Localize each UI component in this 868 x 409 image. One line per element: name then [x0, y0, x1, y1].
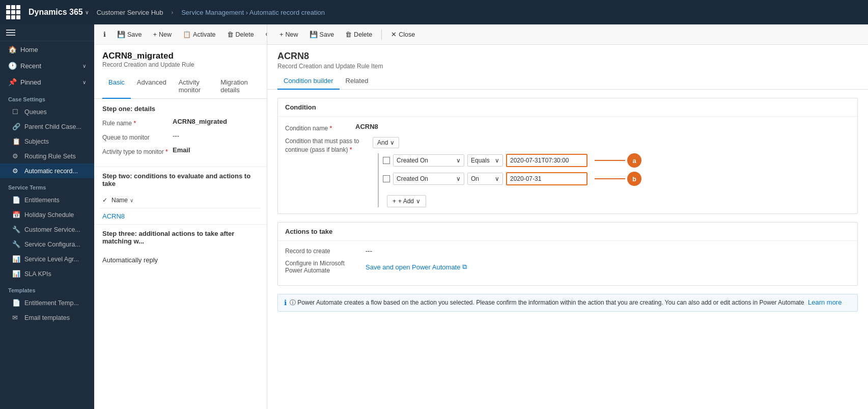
- power-automate-link[interactable]: Save and open Power Automate ⧉: [366, 263, 467, 271]
- condition-op-1[interactable]: Equals ∨: [467, 154, 503, 167]
- sidebar-item-service-config[interactable]: 🔧 Service Configura...: [0, 237, 94, 252]
- info-bar-icon: ℹ: [284, 298, 287, 307]
- sidebar-item-queues[interactable]: ☐ Queues: [0, 104, 94, 119]
- rule-name-row: Rule name * ACRN8_migrated: [102, 118, 259, 127]
- sidebar-item-holiday-schedule[interactable]: 📅 Holiday Schedule: [0, 207, 94, 222]
- queue-row: Queue to monitor ---: [102, 132, 259, 141]
- sidebar-item-routing-rule-sets[interactable]: ⚙ Routing Rule Sets: [0, 149, 94, 163]
- sidebar-item-entitlement-temp[interactable]: 📄 Entitlement Temp...: [0, 295, 94, 310]
- condition-section-header: Condition: [278, 98, 857, 117]
- condition-field-2[interactable]: Created On ∨: [393, 173, 464, 185]
- service-level-label: Service Level Agr...: [24, 256, 79, 263]
- sidebar-pinned-label: Pinned: [20, 78, 41, 86]
- holiday-icon: 📅: [12, 211, 20, 219]
- info-icon: ℹ: [103, 31, 106, 38]
- list-header: ✓ Name ∨: [100, 193, 261, 208]
- middle-refresh-button[interactable]: ↺ Refr...: [262, 29, 267, 40]
- list-item[interactable]: ACRN8: [100, 208, 261, 224]
- middle-record-name: ACRN8_migrated: [102, 51, 259, 61]
- entitlements-label: Entitlements: [24, 197, 60, 204]
- op-chevron-2: ∨: [495, 175, 499, 182]
- tab-migration-details[interactable]: Migration details: [214, 74, 259, 99]
- condition-checkbox-1[interactable]: [383, 157, 390, 164]
- arrow-line-a: [595, 160, 625, 161]
- right-close-button[interactable]: ✕ Close: [387, 29, 419, 40]
- info-bar-text: ⓘ Power Automate creates a flow based on…: [290, 298, 842, 307]
- sidebar-item-subjects[interactable]: 📋 Subjects: [0, 134, 94, 149]
- app-grid-icon[interactable]: [6, 5, 20, 19]
- condition-row-1: Created On ∨ Equals ∨: [383, 153, 850, 168]
- middle-delete-button[interactable]: 🗑 Delete: [224, 29, 257, 40]
- tab-condition-builder[interactable]: Condition builder: [277, 73, 340, 90]
- add-condition-button[interactable]: + + Add ∨: [387, 195, 426, 207]
- right-record-name: ACRN8: [277, 51, 858, 62]
- condition-value-2[interactable]: [506, 172, 587, 185]
- sidebar-item-sla-kpis[interactable]: 📊 SLA KPIs: [0, 266, 94, 281]
- entitlement-temp-icon: 📄: [12, 299, 20, 307]
- hamburger-button[interactable]: [6, 30, 15, 36]
- op-chevron-1: ∨: [495, 157, 499, 164]
- actions-section-header: Actions to take: [278, 223, 857, 241]
- nav-arrow: ›: [172, 9, 174, 15]
- middle-tabs: Basic Advanced Activity monitor Migratio…: [94, 74, 267, 99]
- condition-value-1[interactable]: [506, 154, 587, 167]
- rule-name-label: Rule name *: [102, 118, 169, 127]
- toolbar-separator: [381, 30, 382, 40]
- configure-power-automate-row: Configure in Microsoft Power Automate Sa…: [285, 260, 850, 274]
- list-item-link[interactable]: ACRN8: [102, 212, 125, 220]
- entitlements-icon: 📄: [12, 196, 20, 204]
- sidebar-item-service-level[interactable]: 📊 Service Level Agr...: [0, 252, 94, 266]
- learn-more-link[interactable]: Learn more: [808, 298, 842, 306]
- sidebar-item-home[interactable]: 🏠 Home: [0, 41, 94, 58]
- condition-checkbox-2[interactable]: [383, 175, 390, 182]
- app-name[interactable]: Dynamics 365 ∨: [29, 8, 89, 17]
- new-icon: +: [153, 31, 157, 38]
- service-config-label: Service Configura...: [24, 241, 80, 248]
- condition-field-1[interactable]: Created On ∨: [393, 154, 464, 167]
- sla-kpis-icon: 📊: [12, 270, 20, 278]
- sidebar-item-parent-child[interactable]: 🔗 Parent Child Case...: [0, 119, 94, 134]
- routing-icon: ⚙: [12, 152, 20, 160]
- add-icon: +: [393, 198, 396, 205]
- tab-basic[interactable]: Basic: [102, 74, 131, 99]
- auto-reply-label: Automatically reply: [102, 256, 259, 264]
- parent-child-label: Parent Child Case...: [24, 123, 81, 130]
- info-button[interactable]: ℹ: [100, 29, 109, 40]
- case-settings-section: Case Settings: [0, 90, 94, 104]
- tab-activity-monitor[interactable]: Activity monitor: [173, 74, 215, 99]
- and-dropdown[interactable]: And ∨: [373, 137, 399, 148]
- field-chevron-1: ∨: [456, 157, 461, 164]
- sidebar-item-pinned[interactable]: 📌 Pinned ∨: [0, 74, 94, 90]
- actions-body: Record to create --- Configure in Micros…: [278, 241, 857, 285]
- sidebar-item-entitlements[interactable]: 📄 Entitlements: [0, 193, 94, 207]
- step-one-title: Step one: details: [102, 105, 259, 113]
- customer-service-icon: 🔧: [12, 226, 20, 233]
- nav-breadcrumb: Service Management › Automatic record cr…: [181, 9, 325, 16]
- middle-new-button[interactable]: + New: [150, 29, 175, 40]
- sidebar-item-email-templates[interactable]: ✉ Email templates: [0, 310, 94, 325]
- tab-advanced[interactable]: Advanced: [131, 74, 173, 99]
- right-save-button[interactable]: 💾 Save: [305, 29, 339, 40]
- condition-op-2[interactable]: On ∨: [467, 173, 503, 185]
- queue-label: Queue to monitor: [102, 132, 169, 141]
- app-name-chevron: ∨: [85, 10, 89, 15]
- condition-section: Condition Condition name * ACRN8 Conditi…: [277, 98, 858, 214]
- subjects-icon: 📋: [12, 138, 20, 145]
- middle-record-subtitle: Record Creation and Update Rule: [102, 61, 259, 68]
- tab-related[interactable]: Related: [340, 73, 375, 90]
- annotation-b-area: b: [595, 172, 641, 186]
- right-delete-button[interactable]: 🗑 Delete: [341, 29, 376, 40]
- condition-rows-area: And ∨ Created On: [373, 137, 850, 207]
- middle-activate-button[interactable]: 📋 Activate: [180, 29, 218, 40]
- queue-value: ---: [173, 132, 259, 140]
- right-new-button[interactable]: + New: [275, 29, 302, 40]
- sidebar-home-label: Home: [20, 46, 38, 53]
- step-three-section: Automatically reply: [94, 250, 267, 275]
- add-chevron: ∨: [416, 198, 421, 205]
- sidebar-item-customer-service[interactable]: 🔧 Customer Service...: [0, 222, 94, 237]
- sidebar-item-recent[interactable]: 🕐 Recent ∨: [0, 58, 94, 74]
- sidebar-top-icons: [0, 24, 94, 41]
- sidebar-item-automatic-record[interactable]: ⚙ Automatic record...: [0, 163, 94, 178]
- middle-save-button[interactable]: 💾 Save: [114, 29, 145, 40]
- right-tabs: Condition builder Related: [267, 73, 868, 90]
